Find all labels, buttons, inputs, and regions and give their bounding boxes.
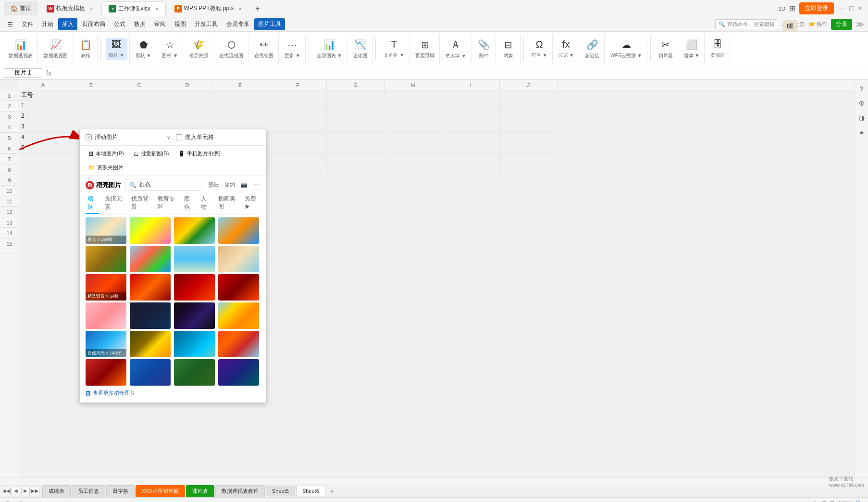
share-button[interactable]: 分享 bbox=[831, 19, 852, 30]
col-header-g[interactable]: G bbox=[327, 80, 384, 90]
ribbon-clipper-btn[interactable]: ✂ 切片器 bbox=[656, 38, 676, 60]
col-header-d[interactable]: D bbox=[163, 80, 211, 90]
img-thumb-landscape-3[interactable] bbox=[174, 331, 215, 357]
sheet-nav-first[interactable]: ◀◀ bbox=[2, 487, 11, 495]
sheet-tab-employees[interactable]: 员工信息 bbox=[72, 485, 105, 497]
cell-h7[interactable] bbox=[384, 154, 442, 164]
sheet-tab-sheet5[interactable]: Sheet5 bbox=[266, 486, 295, 496]
cell-a4[interactable]: 3 bbox=[19, 122, 67, 133]
img-thumb-extra-4[interactable] bbox=[218, 359, 259, 386]
cell-g2[interactable] bbox=[327, 101, 384, 112]
formula-input[interactable] bbox=[55, 69, 864, 77]
cell-a2[interactable]: 1 bbox=[19, 101, 67, 112]
cell-a8[interactable] bbox=[19, 164, 67, 175]
more-images-link[interactable]: 🖼 查看更多稻壳图片 bbox=[86, 388, 260, 399]
cell-f2[interactable] bbox=[269, 101, 327, 112]
float-radio[interactable] bbox=[86, 134, 92, 140]
cell-f6[interactable] bbox=[269, 143, 327, 154]
collab-btn[interactable]: 🤝 协作 bbox=[808, 21, 827, 28]
cell-e2[interactable] bbox=[211, 101, 269, 112]
sheet-tab-sheet6[interactable]: Sheet6 bbox=[296, 486, 325, 496]
cell-i6[interactable] bbox=[442, 143, 500, 154]
cell-f4[interactable] bbox=[269, 122, 327, 133]
img-thumb-landscape-2[interactable] bbox=[130, 331, 171, 357]
sheet-nav-last[interactable]: ▶▶ bbox=[31, 487, 39, 495]
cell-h4[interactable] bbox=[384, 122, 442, 133]
embed-image-option[interactable]: 嵌入单元格 bbox=[176, 133, 260, 141]
col-header-c[interactable]: C bbox=[115, 80, 163, 90]
sheet-tab-add-btn[interactable]: + bbox=[326, 485, 338, 497]
cell-j1[interactable] bbox=[500, 90, 558, 101]
img-thumb-extra-1[interactable] bbox=[86, 359, 126, 386]
ribbon-pivot-table-btn[interactable]: 📊 数据透视表 bbox=[6, 38, 36, 60]
cell-f5[interactable] bbox=[269, 133, 327, 143]
menu-view[interactable]: 视图 bbox=[171, 18, 190, 30]
resource-image-btn[interactable]: 📁 资源夹图片 bbox=[86, 163, 126, 173]
col-header-h[interactable]: H bbox=[384, 80, 442, 90]
ribbon-sparkline-btn[interactable]: 📉 迷你图 bbox=[350, 38, 370, 60]
menu-more-btn[interactable]: ≫ bbox=[856, 20, 864, 29]
cell-b1[interactable] bbox=[67, 90, 115, 101]
batch-image-btn[interactable]: 🗂 批量插图(B) bbox=[131, 149, 172, 159]
img-thumb-red-3[interactable] bbox=[174, 274, 215, 301]
sidebar-btn-menu[interactable]: ≡ bbox=[856, 127, 867, 138]
login-button[interactable]: 立即登录 bbox=[799, 2, 834, 14]
cell-g8[interactable] bbox=[327, 164, 384, 175]
cell-i5[interactable] bbox=[442, 133, 500, 143]
col-header-f[interactable]: F bbox=[269, 80, 327, 90]
menu-page-layout[interactable]: 页面布局 bbox=[78, 18, 109, 30]
sheet-nav-prev[interactable]: ◀ bbox=[12, 487, 20, 495]
cell-a3[interactable]: 2 bbox=[19, 112, 67, 122]
ribbon-shape-btn[interactable]: ⬟ 形状 ▼ bbox=[133, 38, 154, 60]
float-image-option[interactable]: 浮动图片 ∨ bbox=[86, 133, 170, 141]
status-eye-icon[interactable]: 👁 bbox=[813, 501, 818, 502]
cell-h1[interactable] bbox=[384, 90, 442, 101]
ribbon-icon-btn[interactable]: ☆ 图标 ▼ bbox=[159, 38, 181, 60]
cell-b3[interactable] bbox=[67, 112, 115, 122]
embed-radio[interactable] bbox=[176, 134, 182, 140]
status-grid-icon[interactable]: ⊟ bbox=[830, 500, 834, 502]
img-tab-illustration[interactable]: 插画美图 bbox=[216, 193, 239, 214]
cell-g4[interactable] bbox=[327, 122, 384, 133]
ribbon-table-btn[interactable]: 📋 表格 bbox=[76, 38, 95, 60]
cell-f3[interactable] bbox=[269, 112, 327, 122]
cell-e3[interactable] bbox=[211, 112, 269, 122]
cell-j7[interactable] bbox=[500, 154, 558, 164]
phone-image-btn[interactable]: 📱 手机图片/拍照 bbox=[175, 149, 223, 159]
sheet-tab-courses[interactable]: 课程表 bbox=[186, 485, 214, 497]
sheet-tab-sales[interactable]: XXX公司销售额 bbox=[136, 485, 185, 497]
cell-h6[interactable] bbox=[384, 143, 442, 154]
img-thumb-nature-2[interactable] bbox=[130, 246, 171, 272]
menu-hamburger[interactable]: ☰ bbox=[4, 19, 17, 30]
search-command[interactable]: 🔍 查找命令、搜索模板 bbox=[715, 19, 778, 29]
img-thumb-landscape-4[interactable] bbox=[218, 331, 259, 357]
filter-simple[interactable]: 简约 bbox=[223, 180, 237, 189]
img-thumb-red-cover[interactable]: 精选背景 > 54张 bbox=[86, 274, 126, 301]
img-tab-education[interactable]: 教育专区 bbox=[156, 193, 178, 214]
cell-g5[interactable] bbox=[327, 133, 384, 143]
ribbon-hyperlink-btn[interactable]: 🔗 超链接 bbox=[582, 38, 602, 60]
img-thumb-summer-2[interactable] bbox=[130, 217, 171, 244]
image-search-box[interactable]: 🔍 红色 bbox=[125, 179, 202, 191]
ribbon-textbox-btn[interactable]: T 文本框 ▼ bbox=[381, 38, 407, 60]
cell-g3[interactable] bbox=[327, 112, 384, 122]
cell-g7[interactable] bbox=[327, 154, 384, 164]
menu-review[interactable]: 审阅 bbox=[150, 18, 170, 30]
cell-i1[interactable] bbox=[442, 90, 500, 101]
cell-h8[interactable] bbox=[384, 164, 442, 175]
cell-c1[interactable] bbox=[115, 90, 163, 101]
cell-a6[interactable]: 5 bbox=[19, 143, 67, 154]
cell-d3[interactable] bbox=[163, 112, 211, 122]
img-tab-free[interactable]: 免费▶ bbox=[243, 193, 260, 214]
ribbon-object-btn[interactable]: ⊟ 对象 bbox=[499, 38, 518, 60]
ribbon-formula-btn[interactable]: fx 公式 ▼ bbox=[556, 38, 577, 60]
cell-i8[interactable] bbox=[442, 164, 500, 175]
ribbon-shape3-btn[interactable]: ⬜ 窗体 ▼ bbox=[681, 38, 703, 60]
tab-pptx-close[interactable]: × bbox=[239, 6, 242, 12]
col-header-b[interactable]: B bbox=[67, 80, 115, 90]
cell-f8[interactable] bbox=[269, 164, 327, 175]
cell-j4[interactable] bbox=[500, 122, 558, 133]
ribbon-resource-btn[interactable]: 🌾 稻壳资源 bbox=[186, 38, 211, 60]
cell-h2[interactable] bbox=[384, 101, 442, 112]
cell-j8[interactable] bbox=[500, 164, 558, 175]
